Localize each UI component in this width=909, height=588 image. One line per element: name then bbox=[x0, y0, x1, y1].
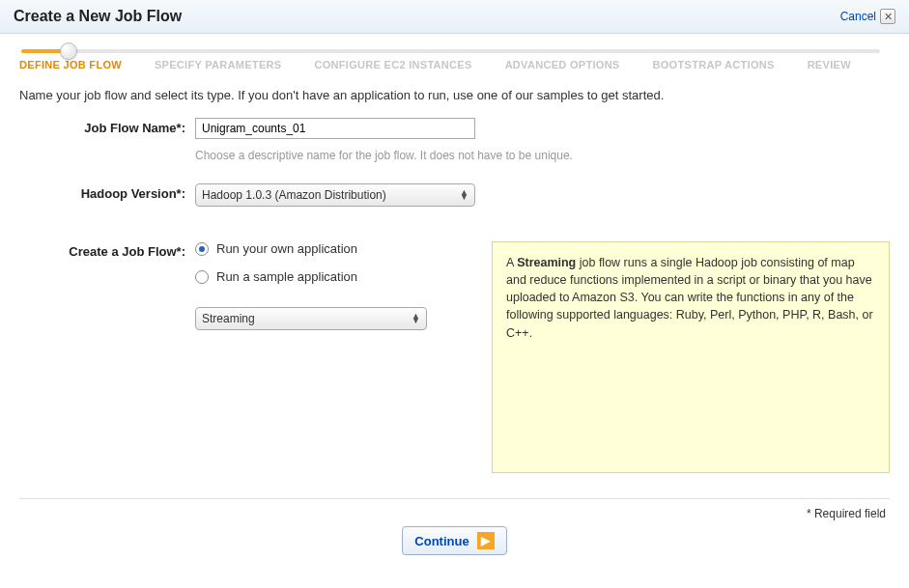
step-marker-icon bbox=[60, 42, 77, 60]
hadoop-version-value: Hadoop 1.0.3 (Amazon Distribution) bbox=[202, 188, 386, 202]
arrow-right-icon: ▶ bbox=[477, 532, 495, 549]
hadoop-version-label: Hadoop Version*: bbox=[19, 183, 195, 201]
steps-track bbox=[21, 49, 880, 53]
jobflow-name-hint: Choose a descriptive name for the job fl… bbox=[195, 149, 890, 162]
create-jobflow-section: Create a Job Flow*: Run your own applica… bbox=[19, 241, 890, 473]
radio-own-application[interactable] bbox=[195, 242, 209, 256]
step-specify-parameters: SPECIFY PARAMETERS bbox=[155, 59, 282, 70]
step-define-job-flow[interactable]: DEFINE JOB FLOW bbox=[19, 59, 122, 70]
info-bold: Streaming bbox=[517, 256, 576, 269]
create-jobflow-label: Create a Job Flow*: bbox=[19, 241, 195, 259]
cancel-link[interactable]: Cancel bbox=[840, 10, 876, 23]
radio-sample-application-label: Run a sample application bbox=[216, 269, 357, 284]
cancel-group: Cancel ✕ bbox=[840, 9, 895, 24]
chevron-updown-icon: ▲▼ bbox=[412, 314, 420, 323]
dialog-header: Create a New Job Flow Cancel ✕ bbox=[0, 0, 909, 34]
info-panel: A Streaming job flow runs a single Hadoo… bbox=[492, 241, 890, 473]
application-type-select[interactable]: Streaming ▲▼ bbox=[195, 307, 427, 330]
wizard-steps: DEFINE JOB FLOW SPECIFY PARAMETERS CONFI… bbox=[19, 45, 890, 70]
chevron-updown-icon: ▲▼ bbox=[460, 190, 469, 200]
row-create-jobflow: Create a Job Flow*: Run your own applica… bbox=[19, 241, 469, 330]
close-icon[interactable]: ✕ bbox=[880, 9, 895, 24]
step-bootstrap-actions: BOOTSTRAP ACTIONS bbox=[653, 59, 775, 70]
step-advanced-options: ADVANCED OPTIONS bbox=[505, 59, 620, 70]
continue-button-label: Continue bbox=[414, 534, 469, 548]
row-jobflow-name: Job Flow Name*: Choose a descriptive nam… bbox=[19, 118, 890, 176]
dialog-content: DEFINE JOB FLOW SPECIFY PARAMETERS CONFI… bbox=[0, 34, 909, 555]
radio-sample-application[interactable] bbox=[195, 270, 209, 284]
required-field-note: * Required field bbox=[19, 507, 890, 520]
application-type-value: Streaming bbox=[202, 312, 255, 325]
info-prefix: A bbox=[506, 256, 517, 269]
dialog-title: Create a New Job Flow bbox=[14, 8, 182, 25]
hadoop-version-select[interactable]: Hadoop 1.0.3 (Amazon Distribution) ▲▼ bbox=[195, 183, 475, 207]
radio-own-application-row[interactable]: Run your own application bbox=[195, 241, 469, 256]
radio-sample-application-row[interactable]: Run a sample application bbox=[195, 269, 469, 284]
jobflow-name-input[interactable] bbox=[195, 118, 475, 139]
step-configure-ec2: CONFIGURE EC2 INSTANCES bbox=[314, 59, 471, 70]
jobflow-name-label: Job Flow Name*: bbox=[19, 118, 195, 135]
radio-own-application-label: Run your own application bbox=[216, 241, 357, 256]
footer-separator bbox=[19, 498, 890, 499]
continue-button[interactable]: Continue ▶ bbox=[402, 526, 506, 555]
step-review: REVIEW bbox=[808, 59, 851, 70]
intro-text: Name your job flow and select its type. … bbox=[19, 88, 890, 102]
row-hadoop-version: Hadoop Version*: Hadoop 1.0.3 (Amazon Di… bbox=[19, 183, 890, 207]
